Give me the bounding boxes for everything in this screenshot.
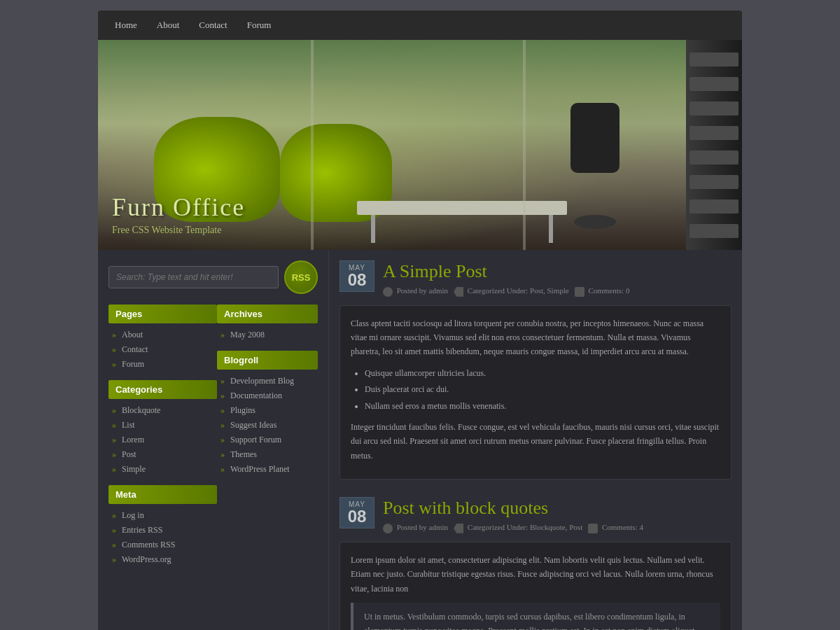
list-item: Nullam sed eros a metus mollis venenatis… — [365, 399, 720, 413]
sidebar-blogroll-docs[interactable]: Documentation — [230, 391, 282, 400]
sidebar-cat-blockquote[interactable]: Blockquote — [122, 405, 160, 415]
sidebar-archive-may2008[interactable]: May 2008 — [230, 330, 265, 340]
sidebar-categories-section: Categories Blockquote List Lorem Post Si… — [108, 380, 217, 477]
site-subtitle: Free CSS Website Template — [112, 225, 245, 236]
sidebar-archives-list: May 2008 — [217, 328, 318, 342]
sidebar-categories-list: Blockquote List Lorem Post Simple — [108, 403, 217, 477]
sidebar-archives-section: Archives May 2008 — [217, 304, 318, 342]
post-1-date: MAY 08 — [340, 260, 374, 292]
sidebar-pages-list: About Contact Forum — [108, 328, 217, 372]
sidebar-meta-wordpress[interactable]: WordPress.org — [122, 554, 171, 564]
nav-about[interactable]: About — [147, 11, 190, 39]
list-item: Quisque ullamcorper ultricies lacus. — [365, 366, 720, 380]
sidebar-blogroll-header: Blogroll — [217, 351, 318, 370]
post-2-meta: Posted by admin Categorized Under: Block… — [383, 523, 732, 533]
post-1-title: A Simple Post — [383, 260, 732, 282]
navigation: Home About Contact Forum — [98, 10, 742, 40]
sidebar-meta-comments[interactable]: Comments RSS — [122, 540, 175, 550]
sidebar-meta-list: Log in Entries RSS Comments RSS WordPres… — [108, 508, 217, 567]
sidebar-blogroll-themes[interactable]: Themes — [230, 449, 257, 459]
sidebar-cat-list[interactable]: List — [122, 420, 135, 430]
sidebar-blogroll-devblog[interactable]: Development Blog — [230, 376, 294, 386]
sidebar-meta-entries[interactable]: Entries RSS — [122, 525, 162, 535]
sidebar-page-about[interactable]: About — [122, 330, 143, 340]
search-input[interactable] — [108, 266, 279, 288]
post-1-title-link[interactable]: A Simple Post — [383, 261, 487, 281]
post-2-title-link[interactable]: Post with block quotes — [383, 498, 548, 518]
post-2-blockquote: Ut in metus. Vestibulum commodo, turpis … — [351, 603, 720, 630]
sidebar-blogroll-support[interactable]: Support Forum — [230, 435, 281, 444]
sidebar-page-forum[interactable]: Forum — [122, 359, 144, 369]
main-content: MAY 08 A Simple Post Posted by admin Cat… — [329, 250, 742, 630]
sidebar-pages-header: Pages — [108, 304, 217, 323]
post-2-title: Post with block quotes — [383, 497, 732, 519]
sidebar-meta-section: Meta Log in Entries RSS Comments RSS Wor… — [108, 485, 217, 567]
sidebar-meta-login[interactable]: Log in — [122, 510, 144, 520]
post-1-day: 08 — [347, 272, 367, 288]
sidebar-blogroll-plugins[interactable]: Plugins — [230, 405, 255, 415]
sidebar-cat-simple[interactable]: Simple — [122, 464, 146, 474]
sidebar-blogroll-suggest[interactable]: Suggest Ideas — [230, 420, 276, 430]
site-title: Furn Office — [112, 192, 245, 222]
list-item: Duis placerat orci ac dui. — [365, 382, 720, 396]
post-1-body: Class aptent taciti sociosqu ad litora t… — [340, 305, 732, 480]
search-rss-row: RSS — [108, 260, 318, 294]
sidebar-cat-lorem[interactable]: Lorem — [122, 435, 144, 444]
sidebar-blogroll-list: Development Blog Documentation Plugins S… — [217, 374, 318, 477]
sidebar-cat-post[interactable]: Post — [122, 449, 136, 459]
post-1-outro: Integer tincidunt faucibus felis. Fusce … — [351, 420, 720, 463]
post-1-list: Quisque ullamcorper ultricies lacus. Dui… — [365, 366, 720, 413]
sidebar-blogroll-wpplanet[interactable]: WordPress Planet — [230, 464, 290, 474]
post-2-intro: Lorem ipsum dolor sit amet, consectetuer… — [351, 553, 720, 596]
nav-contact[interactable]: Contact — [189, 11, 237, 39]
sidebar-archives-header: Archives — [217, 304, 318, 323]
post-1-intro: Class aptent taciti sociosqu ad litora t… — [351, 316, 720, 359]
post-1: MAY 08 A Simple Post Posted by admin Cat… — [340, 260, 732, 479]
sidebar-pages-section: Pages About Contact Forum — [108, 304, 217, 372]
post-2-day: 08 — [347, 508, 367, 525]
post-2-date: MAY 08 — [340, 497, 374, 528]
sidebar-blogroll-section: Blogroll Development Blog Documentation … — [217, 351, 318, 477]
post-2: MAY 08 Post with block quotes Posted by … — [340, 497, 732, 630]
nav-home[interactable]: Home — [105, 11, 147, 39]
rss-button[interactable]: RSS — [284, 260, 318, 294]
post-2-body: Lorem ipsum dolor sit amet, consectetuer… — [340, 542, 732, 630]
nav-forum[interactable]: Forum — [237, 11, 281, 39]
sidebar-meta-header: Meta — [108, 485, 217, 504]
sidebar-categories-header: Categories — [108, 380, 217, 399]
sidebar: RSS Pages About Contact Forum — [98, 250, 329, 630]
post-1-meta: Posted by admin Categorized Under: Post,… — [383, 286, 732, 296]
site-header: Furn Office Free CSS Website Template — [98, 40, 742, 250]
sidebar-page-contact[interactable]: Contact — [122, 344, 148, 354]
